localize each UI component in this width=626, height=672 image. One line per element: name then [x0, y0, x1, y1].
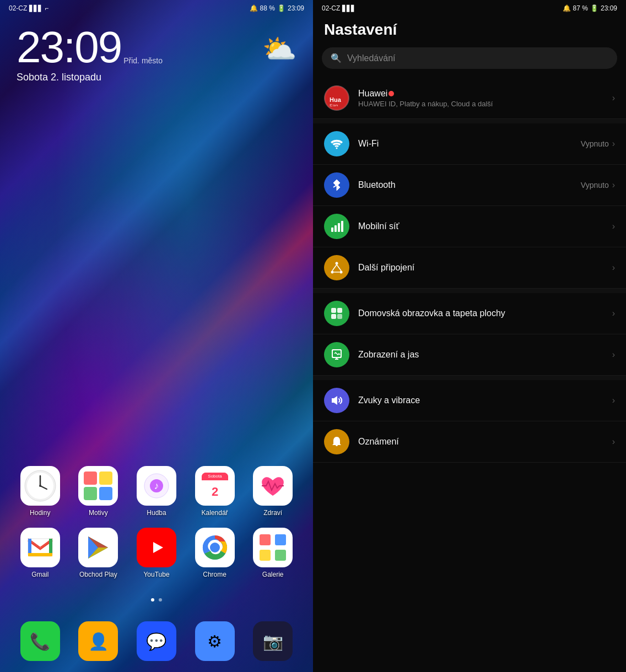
- settings-item-connections[interactable]: Další připojení ›: [313, 247, 626, 289]
- homescreen-chevron: ›: [612, 308, 615, 318]
- wifi-left: ⌐: [45, 4, 48, 12]
- svg-point-35: [210, 543, 220, 552]
- app-label-motivy: Motivy: [89, 509, 108, 517]
- svg-rect-7: [99, 472, 112, 485]
- app-motivy[interactable]: Motivy: [78, 466, 118, 517]
- mobile-right: ›: [612, 221, 615, 231]
- svg-rect-57: [331, 314, 336, 319]
- settings-item-notifications[interactable]: Oznámení ›: [313, 421, 626, 463]
- app-label-hodiny: Hodiny: [30, 509, 50, 517]
- wifi-right: Vypnuto ›: [581, 139, 615, 149]
- dock-settings2[interactable]: ⚙: [195, 621, 235, 661]
- status-right-left: 🔔 88 % 🔋 23:09: [250, 4, 304, 12]
- settings-item-huawei[interactable]: Hua Fan Huawei HUAWEI ID, Platby a nákup…: [313, 78, 626, 119]
- carrier-right: 02-CZ: [322, 4, 340, 12]
- status-bar-right: 02-CZ ▋▋▋ 🔔 87 % 🔋 23:09: [313, 0, 626, 14]
- search-placeholder: Vyhledávání: [347, 53, 395, 63]
- alarm-icon-right: 🔔: [563, 4, 571, 12]
- display-right: ›: [612, 350, 615, 360]
- settings-item-wifi[interactable]: Wi-Fi Vypnuto ›: [313, 123, 626, 165]
- app-obchod[interactable]: Obchod Play: [78, 528, 118, 578]
- app-galerie[interactable]: Galerie: [253, 528, 293, 578]
- dock-messages[interactable]: 💬: [137, 621, 176, 661]
- sounds-chevron: ›: [612, 395, 615, 405]
- huawei-right: ›: [612, 93, 615, 103]
- svg-point-50: [331, 271, 334, 274]
- notifications-chevron: ›: [612, 437, 615, 447]
- app-icon-youtube: [137, 528, 176, 567]
- app-icon-hudba: ♪: [137, 466, 176, 506]
- battery-icon-left: 🔋: [277, 4, 285, 12]
- carrier-right-wrap: 02-CZ ▋▋▋: [322, 4, 355, 12]
- bluetooth-icon-wrap: [324, 172, 349, 198]
- settings-item-bluetooth[interactable]: Bluetooth Vypnuto ›: [313, 165, 626, 206]
- huawei-avatar: Hua Fan: [324, 85, 349, 111]
- app-label-kalendar: Kalendář: [202, 509, 228, 517]
- svg-marker-63: [332, 396, 337, 405]
- svg-rect-45: [331, 227, 333, 232]
- svg-text:Fan: Fan: [330, 103, 338, 106]
- status-bar-left: 02-CZ ▋▋▋ ⌐ 🔔 88 % 🔋 23:09: [0, 0, 313, 14]
- phone-icon: 📞: [30, 632, 50, 651]
- bluetooth-status: Vypnuto: [581, 181, 609, 189]
- app-icon-hodiny: [20, 466, 60, 506]
- search-bar[interactable]: 🔍 Vyhledávání: [322, 47, 617, 69]
- app-label-hudba: Hudba: [147, 509, 166, 517]
- connections-chevron: ›: [612, 263, 615, 273]
- sounds-right: ›: [612, 395, 615, 405]
- dock: 📞 👤 💬 ⚙ 📷: [0, 621, 313, 661]
- time-right: 23:09: [601, 4, 617, 12]
- bluetooth-chevron: ›: [612, 180, 615, 190]
- settings-item-homescreen[interactable]: Domovská obrazovka a tapeta plochy ›: [313, 293, 626, 334]
- app-youtube[interactable]: YouTube: [137, 528, 176, 578]
- messages-icon: 💬: [146, 632, 166, 651]
- svg-rect-47: [338, 223, 340, 232]
- settings-item-display[interactable]: Zobrazení a jas ›: [313, 334, 626, 376]
- svg-rect-6: [84, 472, 97, 485]
- carrier-info: 02-CZ ▋▋▋ ⌐: [9, 4, 48, 12]
- separator-1: [313, 119, 626, 123]
- app-kalendar[interactable]: 2 Sobota Kalendář: [195, 466, 235, 517]
- huawei-subtitle: HUAWEI ID, Platby a nákup, Cloud a další: [358, 100, 603, 108]
- svg-rect-39: [260, 550, 271, 561]
- settings-item-mobile[interactable]: Mobilní síť ›: [313, 206, 626, 247]
- search-icon: 🔍: [331, 53, 342, 63]
- svg-rect-48: [341, 221, 343, 232]
- signal-left: ▋▋▋: [29, 5, 42, 12]
- mobile-icon-wrap: [324, 214, 349, 239]
- svg-line-53: [337, 265, 341, 271]
- time-left: 23:09: [288, 4, 304, 12]
- app-icon-obchod: [78, 528, 118, 567]
- app-zdravi[interactable]: Zdraví: [253, 466, 293, 517]
- clock-location: Přid. město: [123, 56, 163, 65]
- app-gmail[interactable]: Gmail: [20, 528, 60, 578]
- huawei-chevron: ›: [612, 93, 615, 103]
- display-title: Zobrazení a jas: [358, 350, 603, 360]
- app-hudba[interactable]: ♪ Hudba: [137, 466, 176, 517]
- dock-phone[interactable]: 📞: [20, 621, 60, 661]
- page-dots: [0, 598, 313, 601]
- svg-point-49: [336, 262, 338, 265]
- settings-title: Nastavení: [313, 14, 626, 47]
- huawei-account-content: Huawei HUAWEI ID, Platby a nákup, Cloud …: [358, 89, 603, 108]
- homescreen-content: Domovská obrazovka a tapeta plochy: [358, 308, 603, 318]
- app-chrome[interactable]: Chrome: [195, 528, 235, 578]
- app-icon-galerie: [253, 528, 293, 567]
- settings2-icon: ⚙: [207, 632, 222, 651]
- dock-contacts[interactable]: 👤: [78, 621, 118, 661]
- svg-rect-9: [99, 487, 112, 500]
- settings-item-sounds[interactable]: Zvuky a vibrace ›: [313, 380, 626, 421]
- battery-right: 87 %: [573, 4, 588, 12]
- homescreen-icon-wrap: [324, 301, 349, 326]
- weather-icon: ⛅: [262, 33, 296, 65]
- app-icon-kalendar: 2 Sobota: [195, 466, 235, 506]
- app-label-zdravi: Zdraví: [263, 509, 282, 517]
- dot-2: [159, 598, 162, 601]
- notifications-content: Oznámení: [358, 437, 603, 447]
- display-icon-wrap: [324, 342, 349, 367]
- app-icon-chrome: [195, 528, 235, 567]
- svg-rect-46: [334, 225, 337, 232]
- app-hodiny[interactable]: Hodiny: [20, 466, 60, 517]
- dock-camera[interactable]: 📷: [253, 621, 293, 661]
- settings-screen: 02-CZ ▋▋▋ 🔔 87 % 🔋 23:09 Nastavení 🔍 Vyh…: [313, 0, 626, 672]
